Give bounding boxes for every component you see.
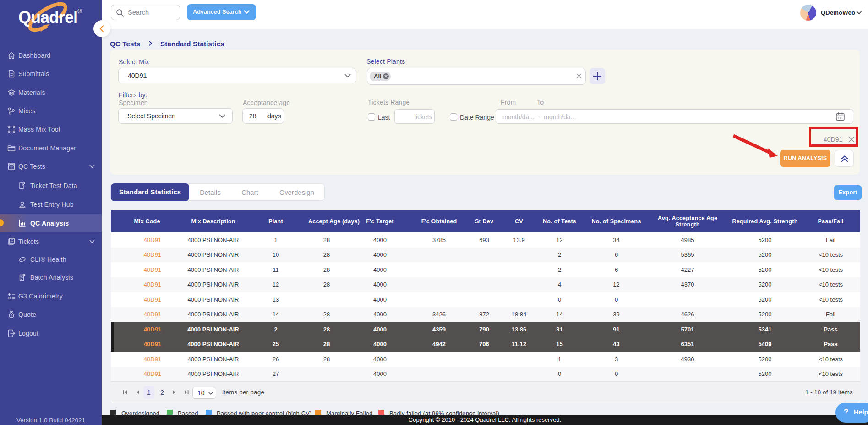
svg-text:Quadrel: Quadrel bbox=[18, 8, 77, 27]
svg-text:$: $ bbox=[11, 313, 13, 317]
svg-text:!: ! bbox=[24, 274, 24, 276]
svg-text:®: ® bbox=[77, 8, 82, 15]
